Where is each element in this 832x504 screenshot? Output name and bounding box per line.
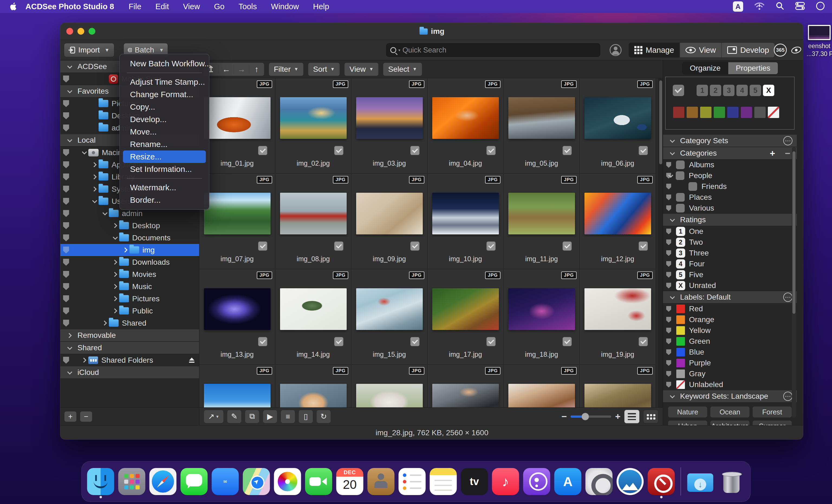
menu-item-border-[interactable]: Border...: [123, 194, 206, 206]
filter-color-1[interactable]: [686, 106, 698, 118]
photo-thumbnail[interactable]: [509, 288, 575, 330]
grid-cell-img_03.jpg[interactable]: JPGimg_03.jpg: [352, 78, 427, 174]
filter-color-4[interactable]: [727, 106, 739, 118]
sidebar-item-music[interactable]: Music: [60, 281, 199, 293]
chevron-down-icon[interactable]: [113, 235, 118, 240]
menubar-menu-file[interactable]: File: [129, 2, 141, 11]
selection-checkbox[interactable]: [563, 241, 572, 250]
grid-cell[interactable]: JPG: [504, 365, 580, 407]
nav-arrow-2[interactable]: →: [234, 65, 249, 74]
panel-scrollbar[interactable]: [792, 147, 796, 418]
selection-checkbox[interactable]: [487, 241, 496, 250]
nav-arrow-3[interactable]: ↑: [249, 65, 264, 74]
spotlight-search-icon[interactable]: [776, 2, 784, 11]
tab-view[interactable]: View: [679, 43, 721, 57]
photo-thumbnail[interactable]: [509, 97, 575, 139]
panel-item-unlabeled[interactable]: Unlabeled: [663, 379, 797, 390]
panel-item-green[interactable]: Green: [663, 336, 797, 347]
dock-item-downloads[interactable]: ↓: [687, 465, 714, 498]
filter-color-2[interactable]: [700, 106, 712, 118]
sidebar-section-shared[interactable]: Shared: [60, 342, 199, 354]
easy-select-marker[interactable]: [63, 222, 69, 229]
chevron-right-icon[interactable]: [81, 357, 86, 363]
tab-manage[interactable]: Manage: [629, 43, 679, 57]
nav-button-sort[interactable]: Sort▼: [308, 62, 340, 76]
nav-button-filter[interactable]: Filter▼: [269, 62, 304, 76]
grid-cell[interactable]: JPG: [580, 365, 656, 407]
grid-cell[interactable]: JPG: [352, 365, 427, 407]
menubar-menu-help[interactable]: Help: [313, 2, 329, 11]
easy-select-marker[interactable]: [666, 194, 671, 200]
category-checkbox[interactable]: [676, 171, 684, 180]
menu-item-develop-[interactable]: Develop...: [123, 113, 206, 126]
easy-select-marker[interactable]: [666, 283, 671, 288]
easy-select-marker[interactable]: [63, 112, 69, 120]
selection-checkbox[interactable]: [258, 241, 267, 250]
sidebar-item-downloads[interactable]: Downloads: [60, 256, 199, 268]
menu-item-resize-[interactable]: Resize...: [123, 151, 206, 163]
easy-select-marker[interactable]: [63, 246, 69, 254]
grid-cell[interactable]: JPG: [427, 365, 504, 407]
photo-thumbnail[interactable]: [280, 97, 347, 139]
category-checkbox[interactable]: [676, 193, 685, 202]
filter-rating-1[interactable]: 1: [697, 85, 708, 96]
selection-checkbox[interactable]: [639, 241, 648, 250]
sidebar-section-removable[interactable]: Removable: [60, 329, 199, 342]
panel-section-categories[interactable]: Categories+−: [663, 147, 797, 159]
photo-thumbnail[interactable]: [204, 97, 270, 139]
panel-item-albums[interactable]: Albums: [663, 159, 797, 170]
dock-item-finder[interactable]: [87, 465, 114, 498]
easy-select-marker[interactable]: [666, 162, 671, 167]
grid-scrollbar[interactable]: [658, 78, 663, 407]
photo-thumbnail[interactable]: [584, 193, 651, 234]
sidebar-item-desktop[interactable]: Desktop: [60, 219, 199, 232]
grid-cell-img_14.jpg[interactable]: JPGimg_14.jpg: [276, 269, 352, 365]
photo-thumbnail[interactable]: [432, 384, 499, 407]
desktop-screenshot-file[interactable]: eenshot ...37.30 PM: [807, 25, 832, 58]
keyword-urban[interactable]: Urban: [668, 420, 707, 425]
thumbnail-view-button[interactable]: [643, 410, 658, 423]
photo-thumbnail[interactable]: [509, 193, 575, 234]
menubar-menu-window[interactable]: Window: [271, 2, 299, 11]
chevron-right-icon[interactable]: [112, 272, 117, 276]
keyword-ocean[interactable]: Ocean: [710, 406, 750, 418]
easy-select-marker[interactable]: [666, 272, 671, 277]
sidebar-item-shared-folders[interactable]: Shared Folders: [60, 354, 199, 366]
easy-select-marker[interactable]: [63, 210, 69, 217]
account-icon[interactable]: [609, 44, 622, 56]
menubar-app-name[interactable]: ACDSee Photo Studio 8: [25, 2, 114, 11]
grid-cell-img_11.jpg[interactable]: JPGimg_11.jpg: [504, 174, 580, 269]
easy-select-marker[interactable]: [666, 261, 671, 267]
panel-item-places[interactable]: Places: [663, 192, 797, 203]
dock-item-facetime[interactable]: [305, 465, 332, 498]
easy-select-marker[interactable]: [63, 259, 69, 266]
nav-button-select[interactable]: Select▼: [383, 62, 422, 76]
panel-item-gray[interactable]: Gray: [663, 368, 797, 379]
tab-develop[interactable]: Develop: [721, 43, 774, 57]
grid-cell-img_01.jpg[interactable]: JPGimg_01.jpg: [199, 78, 276, 174]
menu-item-set-information-[interactable]: Set Information...: [123, 163, 206, 176]
chevron-right-icon[interactable]: [112, 260, 117, 264]
panel-item-people[interactable]: People: [663, 170, 797, 181]
sidebar-section-icloud[interactable]: iCloud: [60, 366, 199, 379]
menu-item-new-batch-workflow-[interactable]: New Batch Workflow...: [123, 57, 206, 70]
dock-item-maps[interactable]: ➤: [243, 465, 270, 498]
panel-section-category-sets[interactable]: Category Sets⋯: [663, 135, 797, 147]
easy-select-marker[interactable]: [666, 205, 671, 211]
panel-item-three[interactable]: 3Three: [663, 248, 797, 259]
grid-cell-img_19.jpg[interactable]: JPGimg_19.jpg: [580, 269, 656, 365]
selection-checkbox[interactable]: [410, 337, 419, 346]
dock-item-launchpad[interactable]: [119, 465, 146, 498]
refresh-button[interactable]: ↻: [316, 410, 331, 423]
photo-thumbnail[interactable]: [509, 384, 575, 407]
photo-thumbnail[interactable]: [432, 97, 499, 139]
photo-thumbnail[interactable]: [204, 288, 270, 330]
chevron-down-icon[interactable]: [102, 210, 107, 215]
chevron-right-icon[interactable]: [112, 223, 117, 228]
category-checkbox[interactable]: [676, 204, 685, 212]
photo-thumbnail[interactable]: [432, 288, 499, 330]
menu-item-rename-[interactable]: Rename...: [123, 138, 206, 151]
control-center-icon[interactable]: [795, 2, 805, 11]
menubar-menu-go[interactable]: Go: [214, 2, 225, 11]
photo-thumbnail[interactable]: [432, 193, 499, 234]
